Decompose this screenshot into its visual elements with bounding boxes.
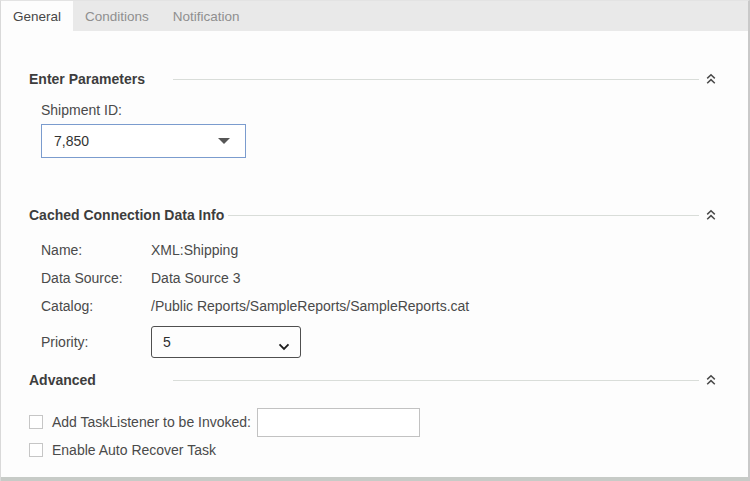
- tasklistener-input[interactable]: [257, 408, 420, 437]
- tasklistener-row: Add TaskListener to be Invoked:: [29, 407, 748, 437]
- tab-notification-label: Notification: [173, 9, 240, 24]
- section-title-enter-parameters: Enter Parameters: [29, 71, 169, 87]
- info-row-catalog: Catalog: /Public Reports/SampleReports/S…: [41, 297, 748, 315]
- section-header-cached-connection: Cached Connection Data Info: [29, 205, 717, 225]
- task-properties-dialog: General Conditions Notification Enter Pa…: [0, 0, 750, 481]
- tab-notification[interactable]: Notification: [161, 1, 252, 31]
- tasklistener-checkbox[interactable]: [29, 415, 43, 429]
- chevron-down-icon: [278, 338, 290, 354]
- tab-general[interactable]: General: [1, 1, 73, 31]
- catalog-value: /Public Reports/SampleReports/SampleRepo…: [151, 297, 469, 315]
- shipment-id-label: Shipment ID:: [41, 101, 748, 119]
- autorecover-row: Enable Auto Recover Task: [29, 440, 748, 460]
- collapse-section-icon[interactable]: [705, 209, 717, 221]
- section-divider-line: [173, 79, 699, 80]
- horizontal-scrollbar[interactable]: [1, 477, 748, 481]
- tab-conditions[interactable]: Conditions: [73, 1, 161, 31]
- info-row-data-source: Data Source: Data Source 3: [41, 269, 748, 287]
- tab-bar: General Conditions Notification: [1, 1, 748, 31]
- autorecover-checkbox[interactable]: [29, 443, 43, 457]
- section-title-cached-connection: Cached Connection Data Info: [29, 207, 224, 223]
- tab-conditions-label: Conditions: [85, 9, 149, 24]
- section-header-enter-parameters: Enter Parameters: [29, 69, 717, 89]
- autorecover-label: Enable Auto Recover Task: [52, 442, 216, 458]
- section-title-advanced: Advanced: [29, 372, 169, 388]
- priority-label: Priority:: [41, 334, 151, 350]
- shipment-id-combobox[interactable]: 7,850: [41, 124, 246, 158]
- section-divider-line: [228, 215, 699, 216]
- data-source-value: Data Source 3: [151, 269, 241, 287]
- section-header-advanced: Advanced: [29, 370, 717, 390]
- catalog-label: Catalog:: [41, 297, 151, 315]
- tab-general-label: General: [13, 9, 61, 24]
- data-source-label: Data Source:: [41, 269, 151, 287]
- name-value: XML:Shipping: [151, 241, 238, 259]
- collapse-section-icon[interactable]: [705, 73, 717, 85]
- shipment-id-value: 7,850: [54, 133, 89, 149]
- caret-down-icon: [218, 138, 230, 144]
- collapse-section-icon[interactable]: [705, 374, 717, 386]
- priority-select[interactable]: 5: [151, 326, 301, 358]
- name-label: Name:: [41, 241, 151, 259]
- priority-row: Priority: 5: [41, 326, 748, 358]
- tasklistener-label: Add TaskListener to be Invoked:: [52, 414, 251, 430]
- section-divider-line: [173, 380, 699, 381]
- priority-value: 5: [163, 334, 171, 350]
- info-row-name: Name: XML:Shipping: [41, 241, 748, 259]
